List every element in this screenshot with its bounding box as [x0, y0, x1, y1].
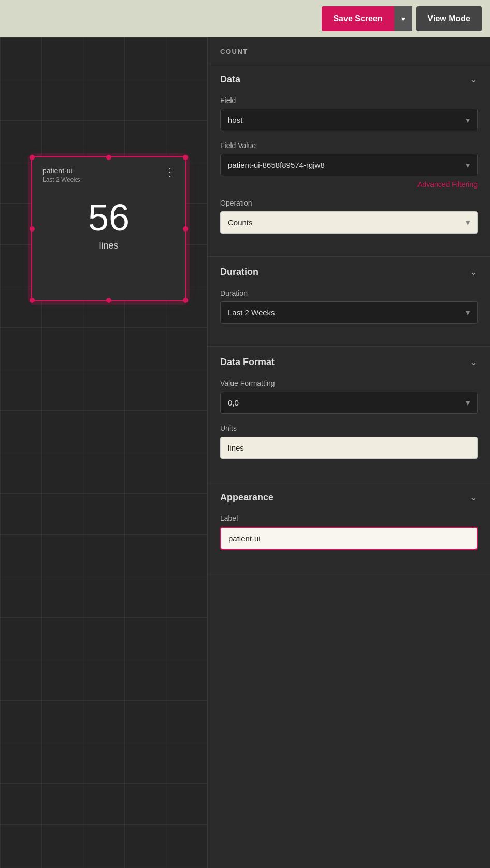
chevron-down-icon-data-format: ⌄	[470, 356, 478, 368]
widget-title-group: patient-ui Last 2 Weeks	[42, 167, 80, 183]
section-duration-content: Duration Last 2 Weeks ▼	[208, 287, 490, 346]
widget-unit: lines	[42, 240, 175, 251]
field-group-field: Field host ▼	[220, 96, 478, 131]
main-layout: patient-ui Last 2 Weeks ⋮ 56 lines COUNT…	[0, 37, 490, 868]
appearance-label-label: Label	[220, 514, 478, 523]
widget-value-area: 56 lines	[42, 199, 175, 251]
save-screen-button[interactable]: Save Screen	[322, 6, 394, 31]
field-group-label: Label	[220, 514, 478, 550]
handle-top-mid[interactable]	[106, 155, 111, 160]
field-select[interactable]: host	[220, 109, 478, 131]
value-formatting-select[interactable]: 0,0	[220, 392, 478, 414]
canvas-area[interactable]: patient-ui Last 2 Weeks ⋮ 56 lines	[0, 37, 207, 868]
operation-select-wrapper: Counts ▼	[220, 211, 478, 234]
handle-bottom-right[interactable]	[183, 298, 188, 303]
right-panel: COUNT Data ⌄ Field host ▼	[207, 37, 490, 868]
chevron-down-icon-duration: ⌄	[470, 266, 478, 278]
handle-bottom-left[interactable]	[30, 298, 35, 303]
section-data-format-header[interactable]: Data Format ⌄	[208, 347, 490, 377]
units-label: Units	[220, 424, 478, 432]
value-formatting-select-wrapper: 0,0 ▼	[220, 392, 478, 414]
widget-menu-button[interactable]: ⋮	[165, 167, 175, 177]
widget-title: patient-ui	[42, 167, 80, 175]
section-duration-title: Duration	[220, 267, 258, 278]
section-appearance-title: Appearance	[220, 492, 273, 503]
duration-select[interactable]: Last 2 Weeks	[220, 301, 478, 324]
field-label: Field	[220, 96, 478, 105]
widget-card[interactable]: patient-ui Last 2 Weeks ⋮ 56 lines	[31, 156, 186, 301]
widget-header: patient-ui Last 2 Weeks ⋮	[42, 167, 175, 183]
field-group-field-value: Field Value patient-ui-8658f89574-rgjw8 …	[220, 141, 478, 189]
field-select-wrapper: host ▼	[220, 109, 478, 131]
appearance-label-input[interactable]	[220, 527, 478, 550]
toolbar: Save Screen ▾ View Mode	[0, 0, 490, 37]
panel-title: COUNT	[220, 48, 478, 55]
widget-subtitle: Last 2 Weeks	[42, 176, 80, 183]
operation-select[interactable]: Counts	[220, 211, 478, 234]
chevron-down-icon: ⌄	[470, 74, 478, 85]
units-input[interactable]	[220, 437, 478, 459]
handle-bottom-mid[interactable]	[106, 298, 111, 303]
field-value-select-wrapper: patient-ui-8658f89574-rgjw8 ▼	[220, 154, 478, 176]
section-data-title: Data	[220, 74, 240, 85]
handle-mid-right[interactable]	[183, 226, 188, 232]
value-formatting-label: Value Formatting	[220, 379, 478, 387]
section-data: Data ⌄ Field host ▼ Field Value	[208, 64, 490, 257]
section-data-format: Data Format ⌄ Value Formatting 0,0 ▼ Un	[208, 347, 490, 482]
section-data-content: Field host ▼ Field Value patient-ui-8658…	[208, 94, 490, 256]
section-appearance-content: Label	[208, 512, 490, 573]
handle-top-left[interactable]	[30, 155, 35, 160]
chevron-down-icon-appearance: ⌄	[470, 491, 478, 503]
field-value-select[interactable]: patient-ui-8658f89574-rgjw8	[220, 154, 478, 176]
section-duration-header[interactable]: Duration ⌄	[208, 257, 490, 287]
field-group-operation: Operation Counts ▼	[220, 199, 478, 234]
section-duration: Duration ⌄ Duration Last 2 Weeks ▼	[208, 257, 490, 347]
field-value-label: Field Value	[220, 141, 478, 150]
handle-mid-left[interactable]	[30, 226, 35, 232]
duration-select-wrapper: Last 2 Weeks ▼	[220, 301, 478, 324]
save-screen-dropdown-button[interactable]: ▾	[394, 6, 412, 31]
section-data-format-content: Value Formatting 0,0 ▼ Units	[208, 377, 490, 482]
handle-top-right[interactable]	[183, 155, 188, 160]
widget-number: 56	[42, 199, 175, 236]
field-group-value-formatting: Value Formatting 0,0 ▼	[220, 379, 478, 414]
section-appearance-header[interactable]: Appearance ⌄	[208, 482, 490, 512]
advanced-filtering-link[interactable]: Advanced Filtering	[220, 180, 478, 189]
section-data-header[interactable]: Data ⌄	[208, 64, 490, 94]
view-mode-button[interactable]: View Mode	[416, 6, 482, 31]
panel-header: COUNT	[208, 37, 490, 64]
section-data-format-title: Data Format	[220, 357, 275, 368]
operation-label: Operation	[220, 199, 478, 207]
field-group-duration: Duration Last 2 Weeks ▼	[220, 289, 478, 324]
section-appearance: Appearance ⌄ Label	[208, 482, 490, 573]
field-group-units: Units	[220, 424, 478, 459]
duration-label: Duration	[220, 289, 478, 297]
